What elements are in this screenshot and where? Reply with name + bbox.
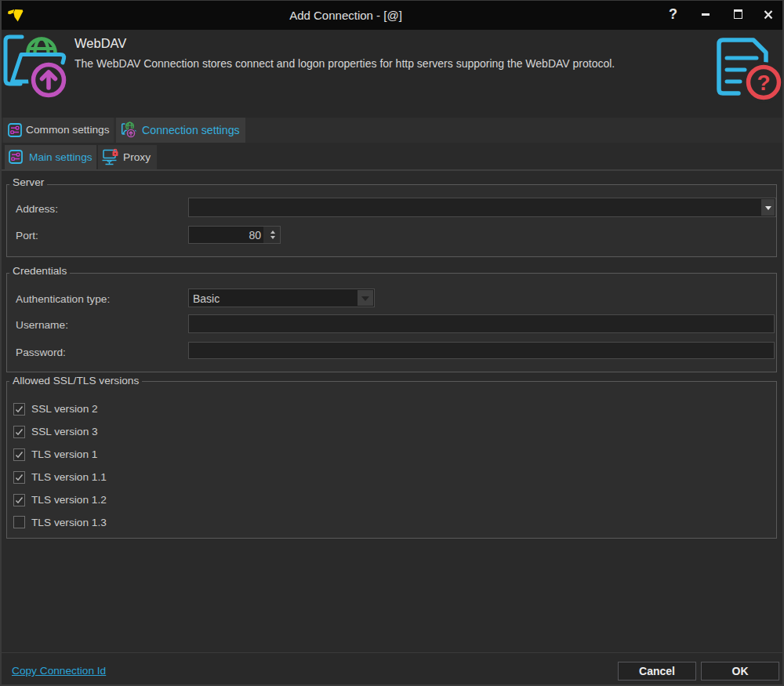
- svg-text:?: ?: [757, 71, 770, 95]
